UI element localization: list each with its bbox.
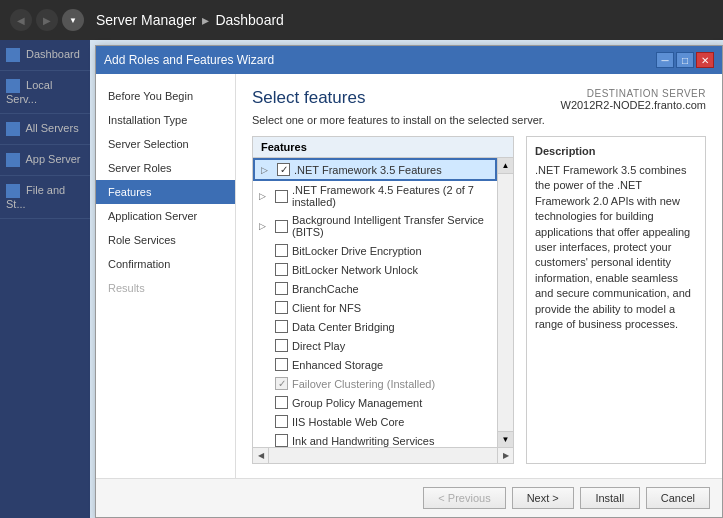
wizard-step-role-services[interactable]: Role Services (96, 228, 235, 252)
install-button[interactable]: Install (580, 487, 640, 509)
breadcrumb-separator: ▸ (202, 12, 209, 28)
feature-client-nfs[interactable]: Client for NFS (253, 298, 497, 317)
wizard-sidebar: Before You Begin Installation Type Serve… (96, 74, 236, 478)
wizard-step-features[interactable]: Features (96, 180, 235, 204)
sidebar-item-app-server[interactable]: App Server (0, 145, 90, 176)
feature-label-client-nfs: Client for NFS (292, 302, 361, 314)
feature-label-iis-hostable: IIS Hostable Web Core (292, 416, 404, 428)
features-list-container: Features ▷ .NET Framework 3.5 Features (252, 136, 514, 464)
app-title: Server Manager (96, 12, 196, 28)
wizard-step-before-you-begin[interactable]: Before You Begin (96, 84, 235, 108)
feature-label-bitlocker-unlock: BitLocker Network Unlock (292, 264, 418, 276)
feature-branchcache[interactable]: BranchCache (253, 279, 497, 298)
vertical-scrollbar[interactable]: ▲ ▼ (497, 158, 513, 447)
server-manager-layout: Dashboard Local Serv... All Servers App … (0, 40, 723, 518)
sidebar-item-file-storage[interactable]: File and St... (0, 176, 90, 219)
maximize-button[interactable]: □ (676, 52, 694, 68)
feature-group-policy[interactable]: Group Policy Management (253, 393, 497, 412)
scroll-down-button[interactable]: ▼ (498, 431, 513, 447)
feature-label-failover-clustering: Failover Clustering (Installed) (292, 378, 435, 390)
checkbox-iis-hostable[interactable] (275, 415, 288, 428)
feature-label-bitlocker: BitLocker Drive Encryption (292, 245, 422, 257)
server-manager-sidebar: Dashboard Local Serv... All Servers App … (0, 40, 90, 518)
back-button[interactable]: ◀ (10, 9, 32, 31)
forward-button[interactable]: ▶ (36, 9, 58, 31)
wizard-step-server-selection[interactable]: Server Selection (96, 132, 235, 156)
checkbox-enhanced-storage[interactable] (275, 358, 288, 371)
expand-icon-net45[interactable]: ▷ (259, 191, 271, 201)
destination-server-label: DESTINATION SERVER (561, 88, 707, 99)
checkbox-bits[interactable] (275, 220, 288, 233)
checkbox-net45[interactable] (275, 190, 288, 203)
destination-server-name: W2012R2-NODE2.franto.com (561, 99, 707, 111)
next-button[interactable]: Next > (512, 487, 574, 509)
minimize-button[interactable]: ─ (656, 52, 674, 68)
sidebar-item-all-servers[interactable]: All Servers (0, 114, 90, 145)
feature-label-enhanced-storage: Enhanced Storage (292, 359, 383, 371)
down-arrow-button[interactable]: ▼ (62, 9, 84, 31)
feature-net45[interactable]: ▷ .NET Framework 4.5 Features (2 of 7 in… (253, 181, 497, 211)
feature-label-bits: Background Intelligent Transfer Service … (292, 214, 491, 238)
title-bar: ◀ ▶ ▼ Server Manager ▸ Dashboard (0, 0, 723, 40)
window-controls[interactable]: ─ □ ✕ (656, 52, 714, 68)
feature-label-ink-handwriting: Ink and Handwriting Services (292, 435, 434, 447)
dialog-footer: < Previous Next > Install Cancel (96, 478, 722, 517)
checkbox-datacenter-bridging[interactable] (275, 320, 288, 333)
feature-ink-handwriting[interactable]: Ink and Handwriting Services (253, 431, 497, 447)
dialog-body: Before You Begin Installation Type Serve… (96, 74, 722, 478)
feature-iis-hostable[interactable]: IIS Hostable Web Core (253, 412, 497, 431)
feature-failover-clustering: Failover Clustering (Installed) (253, 374, 497, 393)
features-list[interactable]: ▷ .NET Framework 3.5 Features ▷ .NET Fra… (253, 158, 497, 447)
page-title: Dashboard (215, 12, 284, 28)
feature-label-direct-play: Direct Play (292, 340, 345, 352)
feature-label-branchcache: BranchCache (292, 283, 359, 295)
wizard-step-installation-type[interactable]: Installation Type (96, 108, 235, 132)
checkbox-group-policy[interactable] (275, 396, 288, 409)
features-column-header: Features (253, 137, 513, 158)
checkbox-branchcache[interactable] (275, 282, 288, 295)
feature-direct-play[interactable]: Direct Play (253, 336, 497, 355)
checkbox-bitlocker-unlock[interactable] (275, 263, 288, 276)
wizard-step-results: Results (96, 276, 235, 300)
wizard-dialog: Add Roles and Features Wizard ─ □ ✕ Befo… (95, 45, 723, 518)
checkbox-failover-clustering (275, 377, 288, 390)
wizard-description: Select one or more features to install o… (252, 114, 706, 126)
feature-label-net45: .NET Framework 4.5 Features (2 of 7 inst… (292, 184, 491, 208)
feature-label-datacenter-bridging: Data Center Bridging (292, 321, 395, 333)
sidebar-item-dashboard[interactable]: Dashboard (0, 40, 90, 71)
wizard-step-server-roles[interactable]: Server Roles (96, 156, 235, 180)
nav-controls[interactable]: ◀ ▶ ▼ (10, 9, 84, 31)
horizontal-scrollbar[interactable]: ◀ ▶ (253, 447, 513, 463)
checkbox-direct-play[interactable] (275, 339, 288, 352)
checkbox-client-nfs[interactable] (275, 301, 288, 314)
feature-label-group-policy: Group Policy Management (292, 397, 422, 409)
checkbox-bitlocker[interactable] (275, 244, 288, 257)
feature-enhanced-storage[interactable]: Enhanced Storage (253, 355, 497, 374)
description-panel: Description .NET Framework 3.5 combines … (526, 136, 706, 464)
sidebar-item-local-server[interactable]: Local Serv... (0, 71, 90, 114)
wizard-step-application-server[interactable]: Application Server (96, 204, 235, 228)
feature-bits[interactable]: ▷ Background Intelligent Transfer Servic… (253, 211, 497, 241)
description-text: .NET Framework 3.5 combines the power of… (535, 163, 697, 332)
feature-label-net35: .NET Framework 3.5 Features (294, 164, 442, 176)
expand-icon-net35[interactable]: ▷ (261, 165, 273, 175)
feature-bitlocker-unlock[interactable]: BitLocker Network Unlock (253, 260, 497, 279)
features-panel: Features ▷ .NET Framework 3.5 Features (252, 136, 706, 464)
scroll-up-button[interactable]: ▲ (498, 158, 513, 174)
feature-bitlocker[interactable]: BitLocker Drive Encryption (253, 241, 497, 260)
wizard-step-confirmation[interactable]: Confirmation (96, 252, 235, 276)
scrollbar-track (269, 448, 497, 463)
dialog-overlay: Add Roles and Features Wizard ─ □ ✕ Befo… (90, 40, 723, 518)
scroll-left-button[interactable]: ◀ (253, 448, 269, 464)
wizard-main-content: Select features DESTINATION SERVER W2012… (236, 74, 722, 478)
expand-icon-bits[interactable]: ▷ (259, 221, 271, 231)
feature-net35[interactable]: ▷ .NET Framework 3.5 Features (253, 158, 497, 181)
checkbox-ink-handwriting[interactable] (275, 434, 288, 447)
cancel-button[interactable]: Cancel (646, 487, 710, 509)
close-button[interactable]: ✕ (696, 52, 714, 68)
checkbox-net35[interactable] (277, 163, 290, 176)
feature-datacenter-bridging[interactable]: Data Center Bridging (253, 317, 497, 336)
scroll-right-button[interactable]: ▶ (497, 448, 513, 464)
description-header: Description (535, 145, 697, 157)
previous-button[interactable]: < Previous (423, 487, 505, 509)
